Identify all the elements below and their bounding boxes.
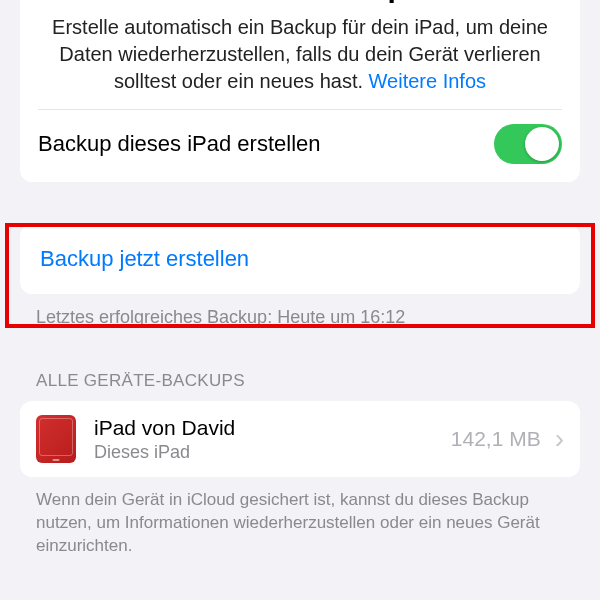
bottom-note-text: Wenn dein Gerät in iCloud gesichert ist,… (36, 489, 564, 558)
icloud-backup-hero-card: iCloud-Backup Erstelle automatisch ein B… (20, 0, 580, 182)
device-name: iPad von David (94, 416, 451, 440)
backup-now-button[interactable]: Backup jetzt erstellen (40, 246, 249, 271)
chevron-right-icon: › (555, 423, 564, 455)
device-backup-row[interactable]: iPad von David Dieses iPad 142,1 MB › (20, 401, 580, 477)
more-info-link[interactable]: Weitere Infos (369, 70, 486, 92)
ipad-icon (36, 415, 76, 463)
backup-toggle-row: Backup dieses iPad erstellen (38, 110, 562, 164)
backup-toggle-label: Backup dieses iPad erstellen (38, 131, 321, 157)
page-title: iCloud-Backup (38, 0, 562, 4)
device-info: iPad von David Dieses iPad (94, 416, 451, 463)
last-backup-text: Letztes erfolgreiches Backup: Heute um 1… (36, 306, 564, 329)
backup-now-card[interactable]: Backup jetzt erstellen (20, 224, 580, 294)
switch-knob (525, 127, 559, 161)
section-header-all-backups: ALLE GERÄTE-BACKUPS (36, 371, 564, 391)
device-size: 142,1 MB (451, 427, 541, 451)
hero-description: Erstelle automatisch ein Backup für dein… (38, 14, 562, 95)
backup-toggle-switch[interactable] (494, 124, 562, 164)
device-subtitle: Dieses iPad (94, 442, 451, 463)
